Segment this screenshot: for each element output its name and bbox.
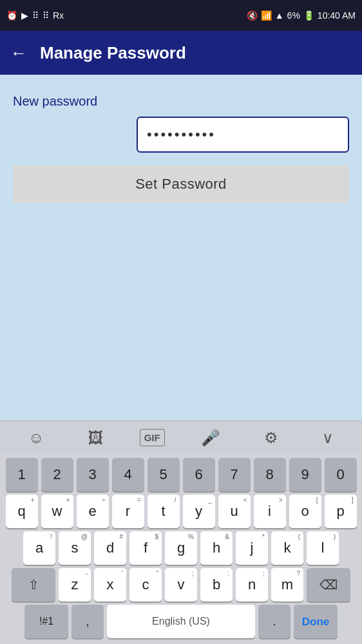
key-1[interactable]: 1 (6, 458, 38, 491)
key-z[interactable]: -z (59, 568, 91, 601)
signal-icon: ▲ (275, 10, 284, 21)
password-input-wrapper (13, 117, 349, 153)
key-4[interactable]: 4 (112, 458, 144, 491)
key-v[interactable]: ;v (165, 568, 197, 601)
time-display: 10:40 AM (318, 10, 356, 21)
battery-icon: 🔋 (303, 10, 314, 21)
key-g[interactable]: %g (165, 531, 197, 565)
period-key[interactable]: . (258, 605, 291, 638)
bottom-row: !#1 , English (US) . Done (3, 605, 359, 638)
key-d[interactable]: #d (94, 531, 126, 565)
key-w[interactable]: ×w (41, 495, 73, 528)
key-u[interactable]: <u (218, 495, 251, 528)
key-2[interactable]: 2 (41, 458, 73, 491)
done-button[interactable]: Done (294, 605, 338, 638)
key-f[interactable]: $f (129, 531, 162, 565)
clock-icon: ⏰ (6, 10, 17, 21)
key-t[interactable]: /t (148, 495, 180, 528)
new-password-label: New password (13, 94, 349, 109)
key-h[interactable]: &h (200, 531, 233, 565)
key-a[interactable]: !a (23, 531, 55, 565)
key-6[interactable]: 6 (183, 458, 215, 491)
rx-icon: Rx (53, 10, 64, 21)
sticker-button[interactable]: 🖼 (81, 425, 111, 451)
key-x[interactable]: 'x (94, 568, 126, 601)
collapse-button[interactable]: ∨ (314, 425, 341, 451)
key-o[interactable]: [o (289, 495, 321, 528)
grid-icon2: ⠿ (43, 10, 49, 21)
key-r[interactable]: =r (112, 495, 144, 528)
key-c[interactable]: "c (129, 568, 162, 601)
settings-button[interactable]: ⚙ (256, 425, 286, 451)
zxcv-row: ⇧ -z 'x "c ;v :b ;n ?m ⌫ (3, 568, 359, 601)
content-spacer (0, 216, 362, 319)
key-y[interactable]: _y (183, 495, 215, 528)
page-title: Manage Password (40, 43, 186, 63)
mute-icon: 🔇 (247, 10, 258, 21)
key-i[interactable]: >i (254, 495, 286, 528)
play-icon: ▶ (21, 10, 28, 21)
status-bar: ⏰ ▶ ⠿ ⠿ Rx 🔇 📶 ▲ 6% 🔋 10:40 AM (0, 0, 362, 31)
content-area: New password Set Password (0, 75, 362, 216)
key-3[interactable]: 3 (77, 458, 109, 491)
key-e[interactable]: ÷e (77, 495, 109, 528)
key-k[interactable]: (k (271, 531, 303, 565)
emoji-button[interactable]: ☺ (21, 425, 52, 451)
key-b[interactable]: :b (200, 568, 233, 601)
symbols-button[interactable]: !#1 (24, 605, 68, 638)
key-9[interactable]: 9 (289, 458, 321, 491)
key-5[interactable]: 5 (148, 458, 180, 491)
key-0[interactable]: 0 (325, 458, 357, 491)
shift-button[interactable]: ⇧ (12, 568, 55, 601)
password-input[interactable] (137, 117, 349, 153)
key-8[interactable]: 8 (254, 458, 286, 491)
keyboard-toolbar: ☺ 🖼 GIF 🎤 ⚙ ∨ (0, 421, 362, 454)
space-key[interactable]: English (US) (107, 605, 255, 638)
key-m[interactable]: ?m (271, 568, 303, 601)
gif-button[interactable]: GIF (140, 429, 165, 446)
keyboard: ☺ 🖼 GIF 🎤 ⚙ ∨ 1 2 3 4 5 6 7 8 9 0 +q ×w … (0, 421, 362, 644)
backspace-button[interactable]: ⌫ (307, 568, 350, 601)
asdf-row: !a @s #d $f %g &h *j (k )l (3, 531, 359, 565)
key-s[interactable]: @s (59, 531, 91, 565)
key-n[interactable]: ;n (236, 568, 268, 601)
qwerty-row: +q ×w ÷e =r /t _y <u >i [o ]p (3, 495, 359, 528)
keyboard-rows: 1 2 3 4 5 6 7 8 9 0 +q ×w ÷e =r /t _y <u… (0, 454, 362, 644)
app-header: ← Manage Password (0, 31, 362, 75)
comma-key[interactable]: , (71, 605, 104, 638)
status-icons-right: 🔇 📶 ▲ 6% 🔋 10:40 AM (247, 10, 356, 21)
key-7[interactable]: 7 (218, 458, 251, 491)
key-j[interactable]: *j (236, 531, 268, 565)
key-q[interactable]: +q (6, 495, 38, 528)
number-row: 1 2 3 4 5 6 7 8 9 0 (3, 458, 359, 491)
set-password-button[interactable]: Set Password (13, 166, 349, 203)
grid-icon: ⠿ (32, 10, 39, 21)
back-button[interactable]: ← (10, 43, 27, 63)
key-l[interactable]: )l (307, 531, 339, 565)
wifi-icon: 📶 (261, 10, 272, 21)
key-p[interactable]: ]p (325, 495, 357, 528)
mic-button[interactable]: 🎤 (193, 425, 228, 451)
battery-percent: 6% (287, 10, 300, 21)
status-icons-left: ⏰ ▶ ⠿ ⠿ Rx (6, 10, 64, 21)
